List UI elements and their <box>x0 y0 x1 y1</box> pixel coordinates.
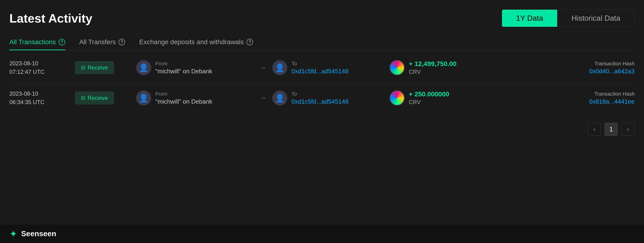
tx-to: 👤 To 0xd1c5fd...ad545148 <box>272 91 390 106</box>
table-row: 2023-08-10 07:12:47 UTC ⊟ Receive 👤 From… <box>10 53 634 83</box>
pagination: ‹ 1 › <box>10 113 634 145</box>
exchange-help-icon[interactable]: ? <box>246 39 253 45</box>
tx-amount: + 250.000000 CRV <box>390 91 507 106</box>
tab-exchange[interactable]: Exchange deposits and withdrawals ? <box>139 34 253 50</box>
person-icon: 👤 <box>139 63 148 72</box>
tx-type: ⊟ Receive <box>75 92 136 104</box>
toggle-1y-data[interactable]: 1Y Data <box>502 10 557 27</box>
tx-to: 👤 To 0xd1c5fd...ad545148 <box>272 60 390 75</box>
crv-token-icon <box>390 60 404 75</box>
person-icon: 👤 <box>275 93 285 103</box>
footer: ✦ Seenseen <box>0 224 644 243</box>
tx-hash: Transaction Hash 0x0d40...a642a3 <box>507 61 634 75</box>
tx-date: 2023-08-10 06:34:35 UTC <box>10 90 75 106</box>
person-icon: 👤 <box>275 63 285 72</box>
next-page-button[interactable]: › <box>622 123 634 136</box>
crv-token-icon <box>390 91 404 106</box>
current-page: 1 <box>604 123 618 136</box>
to-avatar: 👤 <box>272 60 287 75</box>
tx-from: 👤 From "michwill" on Debank <box>136 91 254 106</box>
tab-all-transfers[interactable]: All Transfers ? <box>79 34 125 50</box>
tx-type: ⊟ Receive <box>75 61 136 74</box>
receive-badge: ⊟ Receive <box>75 92 114 104</box>
tx-hash: Transaction Hash 0x818a...4441ee <box>507 91 634 105</box>
table-row: 2023-08-10 06:34:35 UTC ⊟ Receive 👤 From… <box>10 83 634 113</box>
receive-badge: ⊟ Receive <box>75 61 114 74</box>
all-transactions-help-icon[interactable]: ? <box>59 39 65 45</box>
all-transfers-help-icon[interactable]: ? <box>118 39 125 45</box>
person-icon: 👤 <box>139 93 148 103</box>
receive-icon: ⊟ <box>81 65 85 71</box>
prev-page-button[interactable]: ‹ <box>588 123 601 136</box>
toggle-historical-data[interactable]: Historical Data <box>557 10 634 27</box>
arrow-icon: → <box>254 64 272 71</box>
logo-icon: ✦ <box>10 228 17 239</box>
page-title: Latest Activity <box>10 11 92 25</box>
from-avatar: 👤 <box>136 91 151 106</box>
tab-all-transactions[interactable]: All Transactions ? <box>10 34 65 50</box>
to-avatar: 👤 <box>272 91 287 106</box>
receive-icon: ⊟ <box>81 95 85 101</box>
from-avatar: 👤 <box>136 60 151 75</box>
tx-amount: + 12,499,750.00 CRV <box>390 60 507 75</box>
transaction-list: 2023-08-10 07:12:47 UTC ⊟ Receive 👤 From… <box>10 53 634 113</box>
tx-date: 2023-08-10 07:12:47 UTC <box>10 59 75 76</box>
arrow-icon: → <box>254 94 272 102</box>
tabs-row: All Transactions ? All Transfers ? Excha… <box>10 34 634 50</box>
tx-from: 👤 From "michwill" on Debank <box>136 60 254 75</box>
data-toggle-group: 1Y Data Historical Data <box>502 10 634 27</box>
logo-text: Seenseen <box>21 229 56 238</box>
footer-logo: ✦ Seenseen <box>10 228 56 239</box>
